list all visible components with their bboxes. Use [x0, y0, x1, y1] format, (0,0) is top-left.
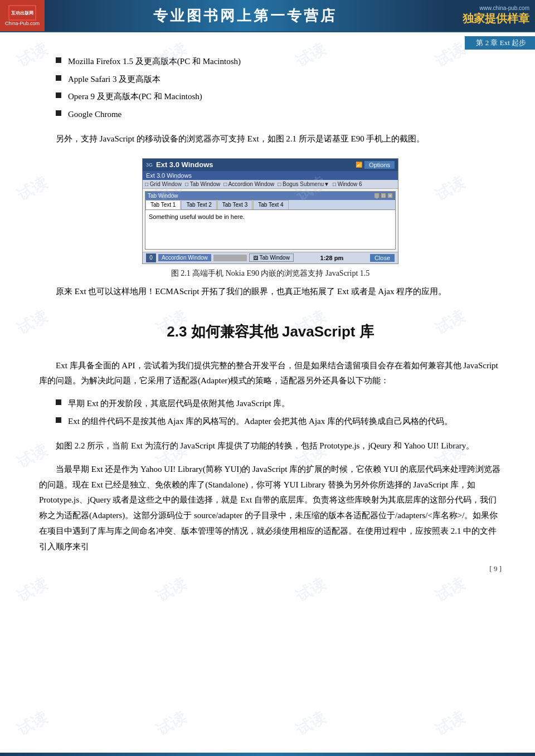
toolbar-item-window6[interactable]: □ Window 6	[333, 181, 362, 187]
bullet-icon	[56, 110, 61, 116]
bullet-icon	[56, 75, 61, 81]
tab-2[interactable]: Tab Text 2	[181, 200, 216, 209]
list-item-text: Google Chrome	[68, 108, 121, 122]
signal-icon: 3G	[146, 162, 153, 168]
nokia-window: Tab Window _ □ × Tab Text 1 Tab Text 2 T…	[145, 191, 396, 250]
list-item-text: Opera 9 及更高版本(PC 和 Macintosh)	[68, 90, 202, 104]
list-item-text: Apple Safari 3 及更高版本	[68, 72, 160, 87]
list-item: 早期 Ext 的开发阶段，其底层代码是依附其他 JavaScript 库。	[56, 397, 502, 411]
bottom-decorative-line	[0, 753, 535, 756]
nokia-screenshot: 3G Ext 3.0 Windows 📶 Options Ext 3.0 Win…	[142, 158, 398, 264]
content-text: Something useful would be in here.	[149, 213, 245, 220]
adapter-list: 早期 Ext 的开发阶段，其底层代码是依附其他 JavaScript 库。 Ex…	[39, 397, 502, 428]
nokia-time: 1:28 pm	[320, 255, 344, 261]
tab-1[interactable]: Tab Text 1	[145, 200, 181, 209]
toolbar-item-grid[interactable]: □ Grid Window	[145, 181, 182, 187]
list-item: Opera 9 及更高版本(PC 和 Macintosh)	[56, 90, 502, 104]
header-center: 专业图书网上第一专营店	[45, 0, 446, 31]
watermark-24: 试读	[431, 707, 469, 741]
nokia-bottom-left: 0 Accordion Window 🖼 Tab Window	[146, 253, 294, 262]
watermark-22: 试读	[153, 707, 190, 741]
list-item-text: Ext 的组件代码不是按其他 Ajax 库的风格写的。Adapter 会把其他 …	[68, 414, 453, 429]
list-item: Apple Safari 3 及更高版本	[56, 72, 502, 87]
list-item: Mozilla Firefox 1.5 及更高版本(PC 和 Macintosh…	[56, 55, 502, 69]
battery-icon: 📶	[356, 162, 362, 168]
paragraph-4: 如图 2.2 所示，当前 Ext 为流行的 JavaScript 库提供了功能的…	[39, 438, 502, 454]
list-item-text: Mozilla Firefox 1.5 及更高版本(PC 和 Macintosh…	[68, 55, 241, 69]
figure-caption: 图 2.1 高端手机 Nokia E90 内嵌的浏览器支持 JavaScript…	[171, 269, 370, 279]
nokia-topbar: 3G Ext 3.0 Windows 📶 Options	[143, 159, 398, 171]
logo-site: China-Pub.com	[5, 21, 40, 26]
close-button[interactable]: Close	[370, 254, 395, 262]
nokia-topbar-left: 3G Ext 3.0 Windows	[146, 160, 213, 169]
window-title: Tab Window	[148, 193, 178, 199]
nokia-content-area: Something useful would be in here.	[145, 210, 395, 249]
tabwin-label: 🖼 Tab Window	[249, 253, 294, 262]
header-title: 专业图书网上第一专营店	[153, 6, 337, 26]
page-number: [ 9 ]	[489, 564, 502, 573]
header-right: www.china-pub.com 独家提供样章	[446, 0, 535, 31]
bullet-icon	[56, 92, 61, 98]
window-controls: _ □ ×	[374, 193, 393, 198]
main-content: Mozilla Firefox 1.5 及更高版本(PC 和 Macintosh…	[0, 32, 535, 584]
nokia-tabs: Tab Text 1 Tab Text 2 Tab Text 3 Tab Tex…	[145, 200, 395, 210]
nokia-bottom-bar: 0 Accordion Window 🖼 Tab Window 1:28 pm …	[143, 252, 398, 264]
watermark-23: 试读	[292, 707, 329, 741]
list-item: Google Chrome	[56, 108, 502, 122]
nokia-toolbar: □ Grid Window □ Tab Window □ Accordion W…	[143, 180, 398, 189]
toolbar-item-accordion[interactable]: □ Accordion Window	[223, 181, 274, 187]
list-item-text: 早期 Ext 的开发阶段，其底层代码是依附其他 JavaScript 库。	[68, 397, 290, 411]
close-window-button[interactable]: ×	[387, 193, 393, 198]
figure-2-1: 3G Ext 3.0 Windows 📶 Options Ext 3.0 Win…	[137, 158, 404, 279]
logo: 互动出版网 China-Pub.com	[0, 0, 45, 31]
nokia-app-title: Ext 3.0 Windows	[156, 160, 213, 169]
watermark-21: 试读	[13, 707, 51, 741]
options-button[interactable]: Options	[364, 161, 395, 169]
header-url: www.china-pub.com	[480, 5, 529, 11]
paragraph-2: 原来 Ext 也可以这样地用！ECMAScript 开拓了我们的眼界，也真正地拓…	[39, 284, 502, 300]
bullet-icon	[56, 399, 61, 405]
header-sample: 独家提供样章	[463, 11, 529, 26]
accordion-label: Accordion Window	[158, 254, 211, 261]
paragraph-5: 当最早期 Ext 还是作为 Yahoo UI! Library(简称 YUI)的…	[39, 462, 502, 555]
progress-bar	[213, 255, 247, 261]
section-heading-2-3: 2.3 如何兼容其他 JavaScript 库	[39, 322, 502, 342]
toolbar-item-bogus[interactable]: □ Bogus Submenu▼	[278, 181, 329, 187]
maximize-button[interactable]: □	[381, 193, 386, 198]
list-item: Ext 的组件代码不是按其他 Ajax 库的风格写的。Adapter 会把其他 …	[56, 414, 502, 429]
tab-3[interactable]: Tab Text 3	[217, 200, 252, 209]
nokia-num: 0	[146, 253, 156, 262]
browser-list: Mozilla Firefox 1.5 及更高版本(PC 和 Macintosh…	[39, 55, 502, 121]
paragraph-3: Ext 库具备全面的 API，尝试着为我们提供完整的整合开发平台，但是如果结合遗…	[39, 358, 502, 389]
paragraph-1: 另外，支持 JavaScript 的移动设备的浏览器亦可支持 Ext，如图 2.…	[39, 131, 502, 147]
nokia-window-titlebar: Tab Window _ □ ×	[145, 192, 395, 200]
toolbar-item-tab[interactable]: □ Tab Window	[185, 181, 220, 187]
page-header: 互动出版网 China-Pub.com 专业图书网上第一专营店 www.chin…	[0, 0, 535, 32]
nokia-subtitle: Ext 3.0 Windows	[143, 171, 398, 180]
tab-4[interactable]: Tab Text 4	[253, 200, 288, 209]
minimize-button[interactable]: _	[374, 193, 380, 198]
tabwin-text: Tab Window	[259, 255, 289, 261]
bullet-icon	[56, 57, 61, 63]
bullet-icon	[56, 417, 61, 423]
